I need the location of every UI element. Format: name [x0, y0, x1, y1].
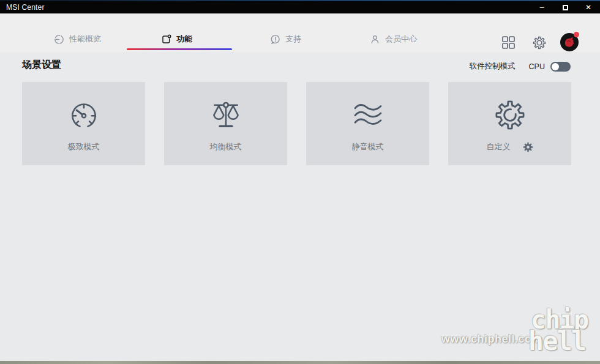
watermark-url: www.chiphell.com — [441, 333, 542, 346]
performance-gauge-icon — [54, 34, 64, 45]
maximize-icon — [563, 5, 568, 10]
features-window-icon — [161, 34, 171, 45]
toggle-knob — [552, 63, 559, 70]
card-label: 自定义 — [487, 141, 511, 152]
titlebar: MSI Center – ✕ — [0, 1, 600, 13]
card-custom-mode[interactable]: 自定义 — [448, 82, 571, 165]
maximize-button[interactable] — [553, 1, 577, 13]
window-title: MSI Center — [6, 3, 45, 12]
card-label: 均衡模式 — [210, 141, 242, 152]
balance-scales-icon — [209, 98, 243, 132]
notification-dot — [574, 32, 579, 37]
close-button[interactable]: ✕ — [577, 1, 600, 13]
tab-support[interactable]: 支持 — [270, 34, 301, 45]
active-tab-underline — [127, 48, 232, 50]
minimize-button[interactable]: – — [530, 1, 553, 13]
speedometer-icon — [67, 98, 101, 132]
tab-features[interactable]: 功能 — [161, 34, 192, 45]
main-content: 场景设置 软件控制模式 CPU — [0, 52, 600, 361]
tab-member-center[interactable]: 会员中心 — [370, 34, 417, 45]
card-extreme-mode[interactable]: 极致模式 — [22, 82, 145, 165]
msi-center-window: MSI Center – ✕ 性能概览 — [0, 0, 600, 364]
navbar: 性能概览 功能 支持 — [0, 13, 600, 52]
tab-label: 会员中心 — [385, 34, 417, 45]
customize-settings-button[interactable] — [523, 142, 533, 152]
window-controls: – ✕ — [530, 1, 600, 13]
software-control-mode-label: 软件控制模式 — [470, 61, 516, 72]
page-title: 场景设置 — [22, 59, 61, 72]
settings-gear-icon — [532, 35, 547, 50]
tab-performance-overview[interactable]: 性能概览 — [54, 34, 101, 45]
custom-gear-icon — [493, 98, 527, 132]
chiphell-watermark: www.chiphell.com chiphell — [441, 284, 600, 358]
apps-grid-icon — [501, 35, 516, 50]
chiphell-logo: chiphell — [531, 310, 588, 352]
tab-label: 支持 — [285, 34, 301, 45]
card-label: 极致模式 — [68, 141, 100, 152]
user-avatar[interactable] — [560, 33, 579, 51]
software-control-row: 软件控制模式 CPU — [470, 61, 571, 72]
settings-button[interactable] — [532, 35, 547, 50]
card-silent-mode[interactable]: 静音模式 — [306, 82, 429, 165]
member-person-icon — [370, 34, 380, 45]
tab-label: 功能 — [176, 34, 192, 45]
tab-label: 性能概览 — [69, 34, 101, 45]
cpu-label: CPU — [529, 62, 545, 71]
card-balanced-mode[interactable]: 均衡模式 — [164, 82, 287, 165]
apps-grid-button[interactable] — [501, 35, 516, 50]
card-label: 静音模式 — [352, 141, 384, 152]
desktop-bottom-sliver — [0, 361, 600, 364]
support-exclamation-icon — [270, 34, 280, 45]
scenario-cards: 极致模式 均衡模式 — [22, 82, 571, 165]
cpu-toggle[interactable] — [550, 62, 571, 72]
silent-waves-icon — [351, 98, 385, 132]
